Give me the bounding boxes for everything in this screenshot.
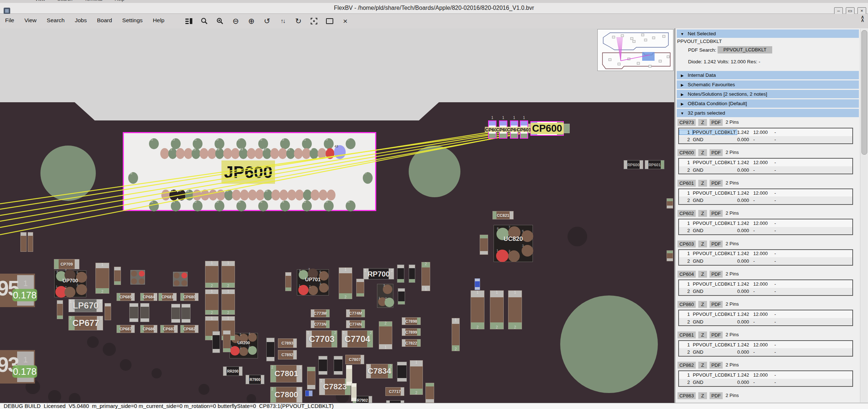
desktop-menubar-clipped: View Search Terminal Help [0, 0, 868, 3]
part-pin-table: 1PPVOUT_LCDBKLT1.24212.000-2GND0.000-- [678, 219, 853, 235]
rotate-cw-icon[interactable]: ↻ [294, 16, 303, 26]
collapse-panel-icon[interactable]: ∧∧ [858, 15, 867, 25]
part-z-button[interactable]: Z [698, 241, 707, 247]
menu-settings[interactable]: Settings [117, 14, 148, 24]
flip-vertical-icon[interactable]: ↑↓ [278, 16, 287, 26]
pin-row[interactable]: 1PPVOUT_LCDBKLT1.24212.000- [679, 280, 852, 288]
part-entry-cp860: CP860ZPDF2 Pins1PPVOUT_LCDBKLT1.24212.00… [676, 301, 861, 328]
component-cp602[interactable]: 1CP602 [488, 120, 496, 139]
part-pdf-button[interactable]: PDF [710, 241, 723, 247]
part-pdf-button[interactable]: PDF [710, 149, 723, 156]
close-button[interactable]: × [857, 7, 866, 15]
section-header-notes-solutions-2-sections-2-notes[interactable]: ▶Notes/Solutions [2 sections, 2 notes] [677, 90, 859, 98]
zoom-in-icon[interactable]: ⊕ [247, 16, 256, 26]
part-z-button[interactable]: Z [698, 149, 707, 156]
center-view-icon[interactable] [309, 16, 319, 26]
menu-search[interactable]: Search [42, 14, 70, 24]
part-entry-cp604: CP604ZPDF2 Pins1PPVOUT_LCDBKLT1.24212.00… [676, 271, 861, 298]
pin-row[interactable]: 1PPVOUT_LCDBKLT1.24212.000- [679, 219, 852, 227]
part-name-button[interactable]: CP873 [677, 119, 696, 126]
part-pdf-button[interactable]: PDF [710, 331, 723, 338]
pin-row[interactable]: 1PPVOUT_LCDBKLT1.24212.000- [679, 128, 852, 136]
part-z-button[interactable]: Z [698, 331, 707, 338]
panel-toggle-icon[interactable] [184, 16, 193, 26]
pin-row[interactable]: 2GND0.000-- [679, 196, 852, 204]
menu-help[interactable]: Help [148, 14, 170, 24]
part-z-button[interactable]: Z [698, 301, 707, 308]
part-name-button[interactable]: CP862 [677, 362, 696, 369]
menu-bar: FileViewSearchJobsBoardSettingsHelp ⊖⊕↺↑… [0, 14, 868, 29]
component-cp600[interactable]: 12CP600 [530, 121, 564, 136]
component-cp601[interactable]: 1CP601 [520, 120, 528, 139]
part-pdf-button[interactable]: PDF [710, 271, 723, 278]
part-name-button[interactable]: CP861 [677, 331, 696, 338]
pin-row[interactable]: 1PPVOUT_LCDBKLT1.24212.000- [679, 310, 852, 318]
part-pin-table: 1PPVOUT_LCDBKLT1.24212.000-2GND0.000-- [678, 310, 853, 326]
pin-row[interactable]: 1PPVOUT_LCDBKLT1.24212.000- [679, 341, 852, 349]
zoom-tool-icon[interactable] [200, 16, 209, 26]
pdf-search-value[interactable]: PPVOUT_LCDBKLT [718, 46, 772, 53]
board-canvas[interactable]: 875123UP700875123UP701875123UC820654123U… [0, 28, 674, 403]
scrollbar-thumb[interactable] [861, 30, 867, 155]
pin-row[interactable]: 2GND0.000-- [679, 136, 852, 144]
menu-board[interactable]: Board [92, 14, 117, 24]
part-z-button[interactable]: Z [698, 180, 707, 187]
section-header-32-parts-selected[interactable]: ▼32 parts selected [677, 109, 859, 117]
part-z-button[interactable]: Z [698, 119, 707, 126]
part-pdf-button[interactable]: PDF [710, 362, 723, 369]
part-pdf-button[interactable]: PDF [710, 119, 723, 126]
close-tool-icon[interactable]: × [341, 16, 350, 26]
large-ref-95[interactable]: 9510.178 [0, 274, 35, 307]
part-z-button[interactable]: Z [698, 362, 707, 369]
pin-row[interactable]: 1PPVOUT_LCDBKLT1.24212.000- [679, 189, 852, 197]
maximize-button[interactable]: ▭ [846, 7, 855, 15]
part-pdf-button[interactable]: PDF [710, 210, 723, 217]
pin-row[interactable]: 1PPVOUT_LCDBKLT1.24212.000- [679, 250, 852, 258]
section-header-net-selected[interactable]: ▼Net Selected [677, 29, 859, 38]
pin-row[interactable]: 1PPVOUT_LCDBKLT1.24212.000- [679, 159, 852, 166]
section-header-obdata-condition-default[interactable]: ▶OBData Condition [Default] [677, 99, 859, 108]
part-name-button[interactable]: CP602 [677, 210, 696, 217]
component-cp603[interactable]: 1CP603 [499, 120, 507, 139]
board-overview-inset[interactable] [597, 29, 673, 71]
section-header-schematic-favourites[interactable]: ▶Schematic Favourites [677, 80, 859, 89]
menu-view[interactable]: View [19, 14, 42, 24]
menu-file[interactable]: File [0, 14, 19, 24]
part-z-button[interactable]: Z [698, 210, 707, 217]
part-name-button[interactable]: CP863 [677, 392, 696, 399]
pdf-search-label: PDF Search: [688, 47, 716, 53]
part-name-button[interactable]: CP601 [677, 180, 696, 187]
part-pin-count: 2 Pins [726, 119, 739, 125]
section-header-internal-data[interactable]: ▶Internal Data [677, 71, 859, 79]
part-pdf-button[interactable]: PDF [710, 301, 723, 308]
pin-row[interactable]: 2GND0.000-- [679, 166, 852, 174]
part-z-button[interactable]: Z [698, 392, 707, 399]
part-z-button[interactable]: Z [698, 271, 707, 278]
pin-row[interactable]: 2GND0.000-- [679, 257, 852, 265]
part-name-button[interactable]: CP604 [677, 271, 696, 278]
part-pin-count: 2 Pins [726, 271, 739, 277]
minimize-button[interactable]: – [834, 7, 843, 15]
pin-row[interactable]: 2GND0.000-- [679, 318, 852, 326]
pin-row[interactable]: 1PPVOUT_LCDBKLT1.24212.000- [679, 371, 852, 379]
part-pdf-button[interactable]: PDF [710, 180, 723, 187]
part-pdf-button[interactable]: PDF [710, 392, 723, 399]
pin-row[interactable]: 2GND0.000-- [679, 348, 852, 356]
menu-items: FileViewSearchJobsBoardSettingsHelp [0, 14, 868, 24]
window-title: FlexBV - /home/pld/share/Tech/Boards/App… [0, 5, 868, 11]
pin-row[interactable]: 2GND0.000-- [679, 288, 852, 295]
menu-jobs[interactable]: Jobs [70, 14, 92, 24]
zoom-region-icon[interactable] [215, 16, 225, 26]
panel-divider[interactable] [674, 28, 675, 409]
rotate-ccw-icon[interactable]: ↺ [262, 16, 272, 26]
pin-row[interactable]: 2GND0.000-- [679, 227, 852, 235]
part-name-button[interactable]: CP603 [677, 241, 696, 247]
window-icon[interactable] [325, 16, 334, 26]
sidebar-scrollbar[interactable] [860, 29, 868, 402]
large-ref-93[interactable]: 9310.178 [0, 350, 35, 384]
pin-row[interactable]: 2GND0.000-- [679, 379, 852, 386]
zoom-out-icon[interactable]: ⊖ [231, 16, 240, 26]
part-name-button[interactable]: CP860 [677, 301, 696, 308]
net-name: PPVOUT_LCDBKLT [677, 39, 722, 44]
part-name-button[interactable]: CP600 [677, 149, 696, 156]
